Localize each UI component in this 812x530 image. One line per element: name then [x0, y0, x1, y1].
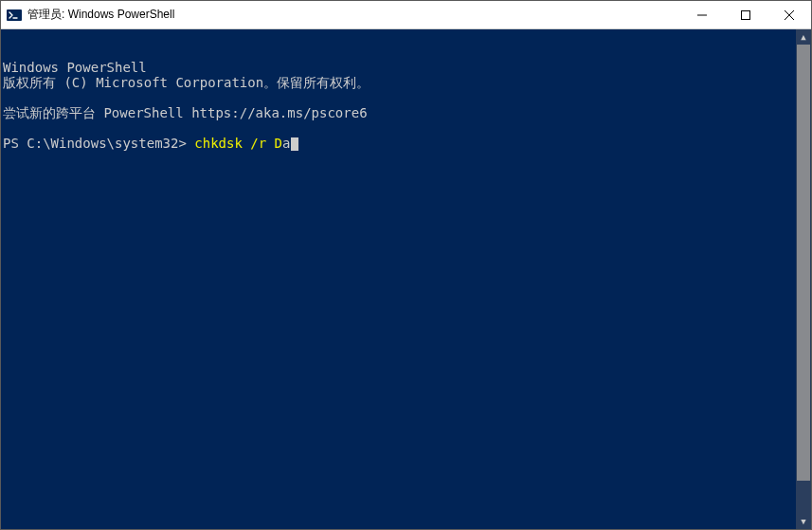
- titlebar[interactable]: 管理员: Windows PowerShell: [1, 1, 811, 29]
- terminal-content: Windows PowerShell 版权所有 (C) Microsoft Co…: [3, 60, 809, 151]
- banner-line-1: Windows PowerShell: [3, 60, 147, 75]
- minimize-button[interactable]: [680, 1, 724, 28]
- maximize-button[interactable]: [724, 1, 767, 28]
- powershell-icon: [7, 8, 22, 23]
- close-button[interactable]: [767, 1, 811, 28]
- terminal-area[interactable]: Windows PowerShell 版权所有 (C) Microsoft Co…: [1, 29, 811, 529]
- pscore-line: 尝试新的跨平台 PowerShell https://aka.ms/pscore…: [3, 105, 368, 120]
- vertical-scrollbar[interactable]: ▲ ▼: [796, 29, 811, 529]
- powershell-window: 管理员: Windows PowerShell Windows PowerShe…: [0, 0, 812, 530]
- window-controls: [680, 1, 811, 28]
- banner-line-2: 版权所有 (C) Microsoft Corporation。保留所有权利。: [3, 75, 370, 90]
- text-cursor: [291, 137, 298, 151]
- prompt: PS C:\Windows\system32>: [3, 136, 194, 151]
- command-text: chkdsk /r D: [194, 136, 282, 151]
- svg-rect-0: [7, 9, 22, 21]
- scroll-down-arrow-icon[interactable]: ▼: [796, 514, 811, 529]
- scroll-up-arrow-icon[interactable]: ▲: [796, 29, 811, 45]
- command-tail: a: [282, 136, 290, 151]
- svg-rect-3: [742, 10, 750, 19]
- window-title: 管理员: Windows PowerShell: [27, 7, 680, 23]
- scrollbar-thumb[interactable]: [797, 45, 810, 481]
